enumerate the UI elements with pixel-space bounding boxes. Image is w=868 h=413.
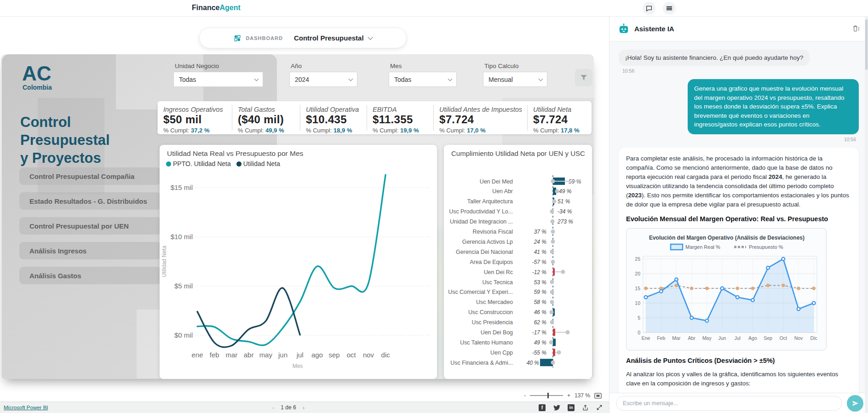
sidebar-item[interactable]: Control Presupuestal por UEN xyxy=(19,217,161,235)
filter-label: Mes xyxy=(390,63,402,69)
kpi-label: Utilidad Neta xyxy=(533,106,588,113)
svg-text:Uen Dei Med: Uen Dei Med xyxy=(480,178,513,185)
sidebar-item[interactable]: Control Presupuestal Compañia xyxy=(19,167,161,185)
svg-text:Ene: Ene xyxy=(642,335,650,341)
kpi-card: EBITDA $11.355 % Cumpl: 19,9 % xyxy=(367,105,433,131)
sidebar-item[interactable]: Análisis Gastos xyxy=(19,267,161,284)
kpi-card: Utilidad Antes de Impuestos $7.724 % Cum… xyxy=(433,105,527,131)
bar-chart-card[interactable]: Cumplimiento Utilidad Neta por UEN y USC… xyxy=(444,145,592,379)
svg-text:46 %: 46 % xyxy=(534,309,547,315)
filter-funnel-icon[interactable] xyxy=(575,69,592,86)
svg-text:53 %: 53 % xyxy=(534,279,547,286)
svg-text:Taller Arquitectura: Taller Arquitectura xyxy=(467,198,513,205)
svg-text:-12 %: -12 % xyxy=(532,269,547,275)
sidebar-item[interactable]: Estado Resultados - G. Distribuidos xyxy=(19,192,161,210)
line-chart-card[interactable]: Utilidad Neta Real vs Presupuesto por Me… xyxy=(160,145,437,379)
expand-icon[interactable] xyxy=(596,404,603,411)
kpi-value: $7.724 xyxy=(533,113,588,126)
ai-assistant-panel: Asistente IA ¡Hola! Soy tu asistente fin… xyxy=(609,17,868,413)
scrollbar-thumb[interactable] xyxy=(865,19,868,70)
filter-dropdown[interactable]: Todas xyxy=(389,72,457,87)
filter-dropdown[interactable]: Todas xyxy=(173,72,263,87)
chat-bubble-icon[interactable] xyxy=(643,2,655,15)
filter-value: 2024 xyxy=(295,76,309,83)
svg-text:Usc Financiera & Admi...: Usc Financiera & Admi... xyxy=(450,360,513,366)
powerbi-canvas: AC Colombia Control Presupuestaly Proyec… xyxy=(1,54,594,379)
sidebar-item[interactable]: Análisis Ingresos xyxy=(19,242,161,259)
selected-dashboard[interactable]: Control Presupuestal xyxy=(294,34,364,42)
kpi-cumpl: % Cumpl: 19,9 % xyxy=(373,127,430,134)
zoom-out-button[interactable]: - xyxy=(524,392,526,399)
svg-text:Oct: Oct xyxy=(780,335,787,341)
facebook-icon[interactable]: f xyxy=(539,404,546,411)
share-icon[interactable] xyxy=(582,404,589,411)
line-chart[interactable]: $0 mil$5 mil$10 mil$15 milenefebmarabrma… xyxy=(160,172,437,376)
svg-text:Usc Mercadeo: Usc Mercadeo xyxy=(476,299,513,305)
twitter-icon[interactable] xyxy=(553,404,560,411)
svg-text:15: 15 xyxy=(635,286,640,291)
zoom-slider-handle[interactable] xyxy=(547,393,549,398)
svg-text:Uen Abr: Uen Abr xyxy=(492,188,513,195)
svg-text:$5 mil: $5 mil xyxy=(174,282,193,290)
fit-to-page-icon[interactable] xyxy=(594,393,602,399)
svg-text:feb: feb xyxy=(210,351,219,359)
ai-panel-header: Asistente IA xyxy=(609,17,868,41)
share-icons: f in xyxy=(539,404,603,411)
svg-text:Sep: Sep xyxy=(764,335,772,341)
kpi-value: $50 mil xyxy=(163,113,228,126)
top-header: FinanceAgent xyxy=(0,0,868,17)
svg-text:59 %: 59 % xyxy=(534,289,547,295)
legend-dot-icon xyxy=(166,161,171,166)
ai-margin-chart: Evolución del Margen Operativo (Análisis… xyxy=(629,232,824,345)
next-page-button[interactable]: › xyxy=(303,404,305,411)
kpi-card: Total Gastos ($40 mil) % Cumpl: 49,9 % xyxy=(232,105,300,131)
bar-chart[interactable]: Uen Dei Med59 %Uen Abr49 %Taller Arquite… xyxy=(444,165,592,377)
svg-text:Mar: Mar xyxy=(672,335,681,341)
hamburger-menu-icon[interactable] xyxy=(663,2,676,15)
report-page-menu: Control Presupuestal CompañiaEstado Resu… xyxy=(19,167,162,292)
kpi-label: Total Gastos xyxy=(238,106,296,113)
filter-value: Todas xyxy=(394,76,411,83)
message-input[interactable] xyxy=(616,396,842,411)
svg-text:10: 10 xyxy=(635,300,640,306)
svg-text:51 %: 51 % xyxy=(558,198,570,205)
svg-text:Usc Talento Humano: Usc Talento Humano xyxy=(460,339,513,346)
svg-text:-55 %: -55 % xyxy=(532,350,547,356)
svg-text:273 %: 273 % xyxy=(557,218,573,225)
filter-dropdown[interactable]: Mensual xyxy=(483,72,547,87)
svg-text:Area De Equipos: Area De Equipos xyxy=(470,259,513,265)
legend-item[interactable]: Utilidad Neta xyxy=(236,160,280,167)
svg-text:-57 %: -57 % xyxy=(532,259,547,265)
svg-text:0: 0 xyxy=(638,330,640,335)
svg-text:24 %: 24 % xyxy=(534,239,547,245)
send-button[interactable] xyxy=(847,395,863,412)
svg-text:41 %: 41 % xyxy=(534,249,547,255)
zoom-slider[interactable] xyxy=(530,395,563,396)
chat-input-bar xyxy=(609,393,868,413)
svg-text:Usc Productividad Y Lo...: Usc Productividad Y Lo... xyxy=(449,208,513,215)
svg-text:Usc Tecnica: Usc Tecnica xyxy=(482,279,513,286)
filter-dropdown[interactable]: 2024 xyxy=(289,72,357,87)
line-chart-title: Utilidad Neta Real vs Presupuesto por Me… xyxy=(167,149,303,158)
legend-item[interactable]: PPTO. Utilidad Neta xyxy=(166,160,231,167)
dashboard-selector[interactable]: DASHBOARD Control Presupuestal xyxy=(199,28,407,48)
report-area: DASHBOARD Control Presupuestal AC Colomb… xyxy=(0,17,609,413)
zoom-in-button[interactable]: + xyxy=(567,392,570,399)
clear-chat-icon[interactable] xyxy=(852,24,860,33)
svg-text:Usc Construccion: Usc Construccion xyxy=(468,309,513,315)
svg-text:Abr: Abr xyxy=(688,335,696,341)
prev-page-button[interactable]: ‹ xyxy=(272,404,274,411)
analysis-heading: Evolución Mensual del Margen Operativo: … xyxy=(626,214,851,224)
panel-scrollbar[interactable] xyxy=(865,17,868,413)
kpi-cumpl: % Cumpl: 18,9 % xyxy=(306,127,363,134)
bar-chart-title: Cumplimiento Utilidad Neta por UEN y USC xyxy=(451,149,585,157)
powerbi-link[interactable]: Microsoft Power BI xyxy=(4,405,48,410)
svg-text:Evolución del Margen Operativo: Evolución del Margen Operativo (Análisis… xyxy=(649,235,805,241)
chat-history[interactable]: ¡Hola! Soy tu asistente financiero. ¿En … xyxy=(609,41,868,393)
analysis-paragraph: Para completar este análisis, he procesa… xyxy=(626,154,851,209)
kpi-card: Utilidad Neta $7.724 % Cumpl: 17,8 % xyxy=(527,105,592,131)
linkedin-icon[interactable]: in xyxy=(568,404,575,411)
kpi-value: ($40 mil) xyxy=(238,113,296,126)
svg-text:$0 mil: $0 mil xyxy=(174,331,193,339)
kpi-cumpl: % Cumpl: 17,8 % xyxy=(533,127,588,134)
